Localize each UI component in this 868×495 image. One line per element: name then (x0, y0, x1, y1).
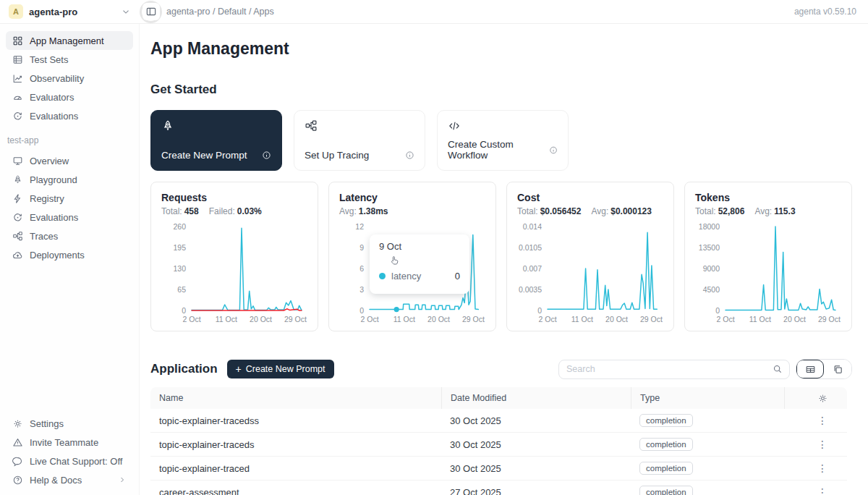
tokens-metric-card: Tokens Total:52,806Avg:115.3 04500900013… (684, 182, 852, 331)
svg-text:18000: 18000 (699, 222, 720, 231)
svg-text:4500: 4500 (703, 285, 720, 294)
chevron-down-icon (121, 7, 131, 17)
table-row[interactable]: topic-explainer-tracedss 30 Oct 2025 com… (150, 409, 847, 433)
row-menu-button[interactable]: ⋮ (817, 415, 828, 426)
sidebar-item-label: Invite Teammate (30, 437, 98, 448)
grid-icon (12, 35, 23, 46)
main-content: App Management Get Started Create New Pr… (140, 24, 868, 495)
plus-icon: + (236, 364, 242, 374)
card-view-button[interactable] (824, 360, 851, 378)
table-settings-gear-icon[interactable] (817, 393, 828, 404)
table-row[interactable]: topic-explainer-traced 30 Oct 2025 compl… (150, 457, 847, 481)
card-label: Create New Prompt (161, 150, 247, 161)
table-row[interactable]: career-assessment 27 Oct 2025 completion… (150, 481, 847, 495)
chart-line-icon (12, 73, 23, 84)
sidebar-item-registry[interactable]: Registry (6, 189, 133, 208)
app-date: 27 Oct 2025 (441, 487, 631, 495)
search-input[interactable] (566, 364, 773, 374)
sidebar-item-help-docs[interactable]: Help & Docs (6, 470, 133, 489)
create-custom-workflow-card[interactable]: Create Custom Workflow (437, 110, 569, 171)
create-new-prompt-button[interactable]: + Create New Prompt (227, 360, 334, 378)
sidebar-item-settings[interactable]: Settings (6, 414, 133, 433)
metrics-row: Requests Total:458Failed:0.03% 065130195… (150, 182, 852, 331)
svg-text:2 Oct: 2 Oct (360, 315, 378, 323)
table-view-button[interactable] (796, 360, 824, 378)
sidebar-item-app-management[interactable]: App Management (6, 31, 133, 50)
info-icon[interactable] (405, 151, 414, 160)
gear-icon (12, 418, 23, 429)
latency-metric-card: Latency Avg:1.38ms 0369122 Oct11 Oct20 O… (328, 182, 496, 331)
card-label: Set Up Tracing (305, 150, 369, 161)
table-view-icon (805, 364, 816, 375)
sidebar-item-invite-teammate[interactable]: Invite Teammate (6, 433, 133, 452)
svg-text:29 Oct: 29 Oct (640, 315, 663, 323)
set-up-tracing-card[interactable]: Set Up Tracing (294, 110, 425, 171)
sidebar-item-traces[interactable]: Traces (6, 227, 133, 245)
row-menu-button[interactable]: ⋮ (817, 486, 828, 495)
sidebar-item-overview[interactable]: Overview (6, 151, 133, 170)
column-header-date-modified[interactable]: Date Modified (441, 387, 631, 409)
row-menu-button[interactable]: ⋮ (817, 462, 828, 474)
sidebar-item-label: Traces (30, 231, 58, 242)
sidebar-item-observability[interactable]: Observability (6, 69, 133, 88)
svg-text:0.007: 0.007 (523, 264, 542, 273)
workspace-switcher[interactable]: A agenta-pro (0, 4, 140, 19)
invite-triangle-icon (12, 437, 23, 448)
cards-view-icon (833, 364, 843, 375)
metric-stat: Total:458 (161, 206, 199, 216)
app-date: 30 Oct 2025 (441, 439, 631, 450)
sidebar-item-live-chat[interactable]: Live Chat Support: Off (6, 452, 133, 470)
sidebar-item-evaluators[interactable]: Evaluators (6, 88, 133, 106)
metric-stats: Total:52,806Avg:115.3 (695, 206, 841, 216)
app-version: agenta v0.59.10 (794, 7, 856, 17)
cycle-arrow-icon (12, 212, 23, 223)
tooltip-value: 0 (455, 271, 460, 282)
svg-text:13500: 13500 (699, 243, 720, 252)
metric-stat: Failed:0.03% (209, 206, 262, 216)
monitor-icon (12, 156, 23, 166)
card-label: Create Custom Workflow (448, 139, 549, 161)
panel-left-icon (145, 6, 157, 17)
svg-text:12: 12 (355, 222, 364, 231)
column-header-name[interactable]: Name (150, 387, 441, 409)
svg-text:20 Oct: 20 Oct (427, 315, 450, 323)
rocket-icon (12, 174, 23, 185)
app-name: career-assessment (150, 487, 441, 495)
breadcrumb[interactable]: agenta-pro / Default / Apps (166, 7, 794, 17)
applications-table: Name Date Modified Type topic-explainer-… (150, 387, 847, 495)
svg-text:130: 130 (173, 264, 186, 273)
sidebar-item-evaluations[interactable]: Evaluations (6, 106, 133, 125)
sidebar-item-playground[interactable]: Playground (6, 170, 133, 189)
table-icon (12, 54, 23, 65)
svg-text:0.0105: 0.0105 (519, 243, 542, 252)
svg-text:3: 3 (359, 285, 364, 294)
sidebar-item-deployments[interactable]: Deployments (6, 245, 133, 264)
gauge-icon (12, 92, 23, 103)
metric-stat: Total:$0.056452 (517, 206, 581, 216)
create-new-prompt-card[interactable]: Create New Prompt (150, 110, 282, 171)
info-icon[interactable] (262, 151, 271, 160)
metric-stat: Avg:$0.000123 (591, 206, 652, 216)
row-menu-button[interactable]: ⋮ (817, 439, 828, 450)
app-name: topic-explainer-traceds (150, 439, 441, 450)
chevron-right-icon (118, 475, 127, 484)
svg-text:0: 0 (359, 306, 364, 315)
tooltip-date: 9 Oct (379, 241, 460, 252)
search-icon[interactable] (773, 364, 783, 374)
tooltip-series-name: latency (391, 271, 449, 282)
app-date: 30 Oct 2025 (441, 415, 631, 426)
get-started-heading: Get Started (150, 82, 852, 97)
sidebar-collapse-button[interactable] (142, 3, 160, 20)
sidebar-item-evaluations-project[interactable]: Evaluations (6, 208, 133, 227)
svg-text:20 Oct: 20 Oct (605, 315, 628, 323)
workspace-name: agenta-pro (29, 7, 115, 17)
application-header: Application + Create New Prompt (150, 359, 852, 379)
svg-text:0: 0 (182, 306, 186, 315)
svg-text:0.014: 0.014 (523, 222, 542, 231)
sidebar-item-test-sets[interactable]: Test Sets (6, 50, 133, 69)
metric-stats: Avg:1.38ms (339, 206, 485, 216)
table-row[interactable]: topic-explainer-traceds 30 Oct 2025 comp… (150, 433, 847, 457)
top-bar: A agenta-pro agenta-pro / Default / Apps… (0, 0, 868, 24)
column-header-type[interactable]: Type (631, 387, 784, 409)
info-icon[interactable] (549, 145, 558, 155)
